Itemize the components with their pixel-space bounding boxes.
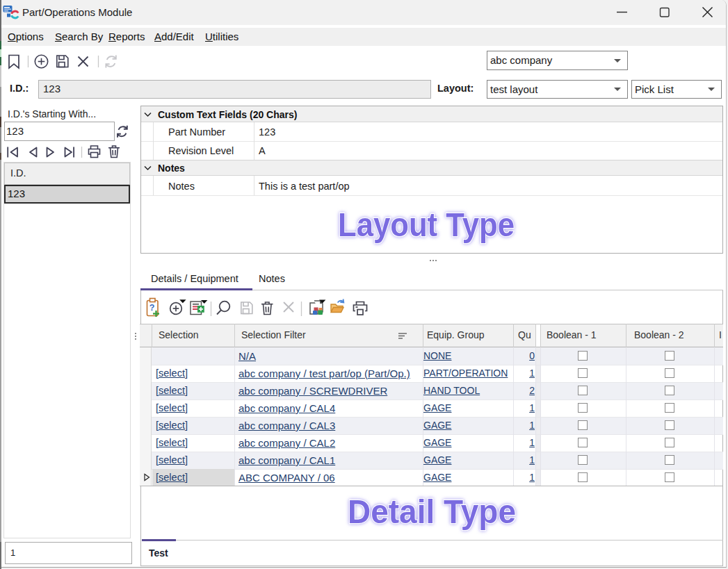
svg-text:Detail Type: Detail Type (348, 493, 516, 530)
svg-text:Layout Type: Layout Type (338, 206, 515, 243)
svg-text:?: ? (149, 303, 155, 313)
